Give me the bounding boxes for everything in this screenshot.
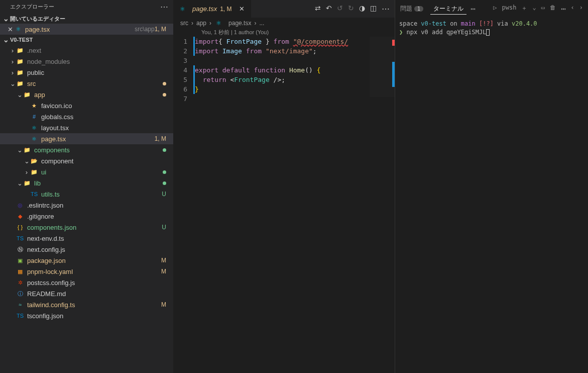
- tree-item[interactable]: ›📁.next: [0, 45, 173, 56]
- tree-item[interactable]: ▦pnpm-lock.yamlM: [0, 266, 173, 277]
- crumb[interactable]: ...: [259, 20, 264, 27]
- shell-icon[interactable]: ▷: [493, 4, 497, 14]
- chevron-right-icon[interactable]: ›: [9, 69, 16, 76]
- tree-item[interactable]: ⌄📁lib: [0, 177, 173, 189]
- terminal-line: space v0-test on main [!?] via v20.4.0: [399, 20, 584, 28]
- chevron-down-icon[interactable]: ⌄: [16, 179, 23, 187]
- tree-item[interactable]: ⚛layout.tsx: [0, 122, 173, 133]
- overview-error-marker[interactable]: [392, 40, 395, 46]
- explorer-header: エクスプローラー: [0, 0, 173, 14]
- tree-item-label: globals.css: [41, 113, 169, 121]
- tree-item[interactable]: TSnext-env.d.ts: [0, 233, 173, 244]
- go-fwd-icon[interactable]: ↺: [337, 4, 343, 14]
- tree-item[interactable]: ›📁node_modules: [0, 56, 173, 67]
- go-fwd2-icon[interactable]: ↻: [348, 4, 354, 14]
- tree-item-label: utils.ts: [41, 191, 162, 198]
- chevron-down-icon[interactable]: ⌄: [9, 80, 16, 87]
- tree-item[interactable]: ⓘREADME.md: [0, 288, 173, 299]
- json-icon: { }: [16, 223, 24, 231]
- terminal-more2-icon[interactable]: [561, 4, 566, 14]
- tree-item[interactable]: TStsconfig.json: [0, 310, 173, 321]
- code-area[interactable]: 1234567 import{ FrontPage } from "@/comp…: [173, 37, 395, 373]
- react-icon: ⚛: [214, 19, 222, 27]
- tree-item[interactable]: ⌄📁app: [0, 89, 173, 100]
- chevron-right-icon[interactable]: ›: [9, 58, 16, 65]
- chevron-right-icon[interactable]: ›: [579, 4, 583, 14]
- tree-item[interactable]: ⌄📂component: [0, 155, 173, 166]
- tree-item[interactable]: ◆.gitignore: [0, 211, 173, 222]
- tree-item[interactable]: ✲postcss.config.js: [0, 277, 173, 288]
- git-badge: M: [161, 268, 169, 275]
- tree-item[interactable]: ⌄📁components: [0, 144, 173, 155]
- terminal-more-icon[interactable]: [471, 4, 476, 14]
- split-terminal-icon[interactable]: ▭: [541, 4, 545, 14]
- tree-item[interactable]: ◎.eslintrc.json: [0, 200, 173, 211]
- split-icon[interactable]: ◫: [370, 4, 377, 14]
- tree-item[interactable]: ⚛page.tsx1, M: [0, 133, 173, 144]
- gutter: 1234567: [173, 37, 193, 373]
- codelens[interactable]: You, 1 秒前 | 1 author (You): [173, 29, 395, 37]
- chevron-down-icon[interactable]: ⌄: [23, 157, 30, 165]
- tab-terminal[interactable]: ターミナル: [430, 4, 466, 15]
- explorer-more-icon[interactable]: [160, 2, 168, 12]
- terminal-body[interactable]: space v0-test on main [!?] via v20.4.0 ❯…: [395, 18, 588, 39]
- chevron-down-icon[interactable]: ⌄: [532, 4, 536, 14]
- editor-tabbar: ⚛ page.tsx 1, M ✕ ⇄ ↶ ↺ ↻ ◑ ◫: [173, 0, 395, 18]
- tree-item[interactable]: TSutils.tsU: [0, 189, 173, 200]
- tree-item-label: ui: [41, 168, 163, 176]
- tree-item[interactable]: ▣package.jsonM: [0, 255, 173, 266]
- tree-item-label: components.json: [27, 224, 162, 231]
- postcss-icon: ✲: [16, 278, 24, 287]
- chevron-left-icon[interactable]: ‹: [571, 4, 574, 14]
- star-icon: ★: [30, 102, 38, 110]
- editor-tab[interactable]: ⚛ page.tsx 1, M ✕: [173, 0, 252, 18]
- chevron-right-icon[interactable]: ›: [23, 168, 30, 176]
- project-header[interactable]: ⌄ V0-TEST: [0, 35, 173, 45]
- crumb[interactable]: app: [196, 20, 206, 27]
- tree-item[interactable]: ›📁public: [0, 67, 173, 78]
- explorer-sidebar: エクスプローラー ⌄ 開いているエディター ✕ ⚛ page.tsx src\a…: [0, 0, 173, 373]
- code-lines[interactable]: import{ FrontPage } from "@/components/ …: [195, 37, 395, 373]
- tree-item[interactable]: #globals.css: [0, 111, 173, 122]
- chevron-right-icon[interactable]: ›: [9, 47, 16, 54]
- tree-item[interactable]: Ⓝnext.config.js: [0, 244, 173, 255]
- tree-item-label: next.config.js: [27, 246, 169, 253]
- css-icon: #: [30, 113, 38, 121]
- minimap[interactable]: [370, 37, 395, 97]
- shell-name[interactable]: pwsh: [502, 4, 517, 14]
- react-icon: ⚛: [14, 25, 22, 33]
- tree-item-label: next-env.d.ts: [27, 235, 169, 242]
- breadcrumb[interactable]: src› app› ⚛ page.tsx› ...: [173, 18, 395, 29]
- folder-icon: 📁: [16, 46, 24, 54]
- tree-item-label: postcss.config.js: [27, 279, 169, 287]
- go-back-icon[interactable]: ↶: [326, 4, 332, 14]
- crumb[interactable]: page.tsx: [228, 20, 251, 27]
- tree-item[interactable]: { }components.jsonU: [0, 222, 173, 233]
- chevron-down-icon[interactable]: ⌄: [16, 91, 23, 99]
- react-icon: ⚛: [30, 124, 38, 132]
- tree-item[interactable]: ≈tailwind.config.tsM: [0, 299, 173, 310]
- git-badge: M: [161, 301, 169, 308]
- compare-icon[interactable]: ⇄: [315, 4, 321, 14]
- open-editors-header[interactable]: ⌄ 開いているエディター: [0, 14, 173, 24]
- tree-item-label: README.md: [27, 290, 169, 298]
- tree-item[interactable]: ›📁ui: [0, 166, 173, 177]
- modified-dot-icon: [163, 148, 166, 152]
- crumb[interactable]: src: [180, 20, 188, 27]
- open-editor-item[interactable]: ✕ ⚛ page.tsx src\app 1, M: [0, 24, 173, 35]
- file-tree: ›📁.next›📁node_modules›📁public⌄📁src⌄📁app★…: [0, 45, 173, 373]
- close-icon[interactable]: ✕: [238, 5, 246, 13]
- tree-item[interactable]: ⌄📁src: [0, 78, 173, 89]
- folder-pub-icon: 📁: [16, 68, 24, 76]
- overview-change-marker[interactable]: [392, 62, 395, 87]
- terminal-actions: ▷ pwsh ＋ ⌄ ▭ 🗑 ‹ ›: [493, 4, 586, 14]
- tree-item[interactable]: ★favicon.ico: [0, 100, 173, 111]
- tree-item-label: page.tsx: [41, 135, 155, 143]
- trash-icon[interactable]: 🗑: [550, 4, 556, 14]
- chevron-down-icon[interactable]: ⌄: [16, 146, 23, 154]
- new-terminal-icon[interactable]: ＋: [521, 4, 527, 14]
- run-icon[interactable]: ◑: [359, 4, 365, 14]
- editor-more-icon[interactable]: [382, 4, 390, 14]
- close-icon[interactable]: ✕: [6, 26, 14, 33]
- tab-problems[interactable]: 問題 1: [397, 4, 426, 14]
